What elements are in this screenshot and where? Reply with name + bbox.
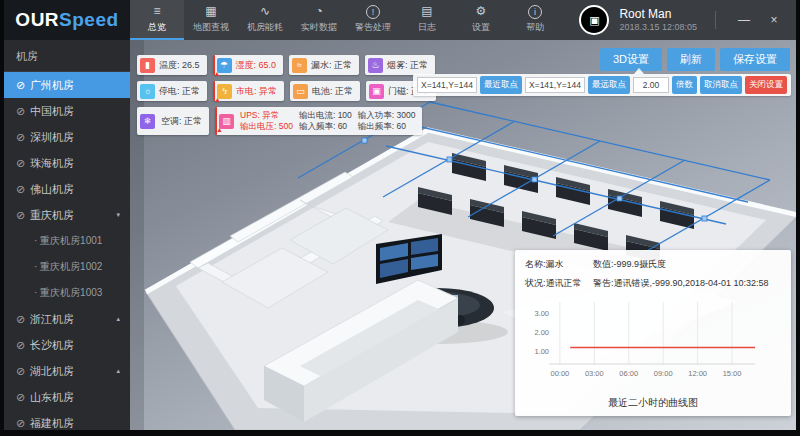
- tab-label: 实时数据: [301, 21, 337, 34]
- thermometer-icon: ▮: [140, 58, 155, 73]
- ups-input-power: 输入功率: 3000: [358, 110, 416, 121]
- tab-help[interactable]: i 帮助: [508, 0, 562, 40]
- room-icon: ⊘: [16, 79, 30, 92]
- sidebar-item-foshan[interactable]: ⊘ 佛山机房: [4, 176, 130, 202]
- tab-realtime-data[interactable]: ◔ 实时数据: [292, 0, 346, 40]
- ups-output-voltage: 输出电压: 500: [240, 121, 293, 132]
- room-icon: ⊘: [16, 313, 30, 326]
- sidebar-item-shenzhen[interactable]: ⊘ 深圳机房: [4, 124, 130, 150]
- room-icon: ⊘: [16, 417, 30, 430]
- sidebar-item-changsha[interactable]: ⊘ 长沙机房: [4, 332, 130, 358]
- badge-battery[interactable]: ▭ 电池: 正常: [290, 81, 360, 101]
- tab-label: 帮助: [526, 21, 544, 34]
- gauge-icon: ◔: [315, 5, 322, 19]
- alert-icon: !: [366, 5, 380, 19]
- current-datetime: 2018.3.15 12:08:05: [619, 22, 697, 33]
- app-window: OURSpeed ≡ 总览 ▦ 地图查视 ∿ 机房能耗 ◔ 实时数据 ! 警告处…: [4, 0, 796, 430]
- sidebar-item-guangzhou[interactable]: ⊘ 广州机房: [4, 72, 130, 98]
- sidebar-item-chongqing-1003[interactable]: 重庆机房1003: [4, 280, 130, 306]
- cancel-point-button[interactable]: 取消取点: [700, 76, 742, 94]
- alert-triangle-icon: ▲: [214, 70, 221, 77]
- tab-label: 日志: [418, 21, 436, 34]
- svg-text:1.00: 1.00: [534, 347, 549, 356]
- svg-text:03:00: 03:00: [585, 369, 604, 378]
- tab-energy[interactable]: ∿ 机房能耗: [238, 0, 292, 40]
- alert-triangle-icon: ▲: [214, 96, 221, 103]
- sensor-warning: 警告:通讯错误,-999.90,2018-04-01 10:32:58: [593, 277, 781, 290]
- close-settings-button[interactable]: 关闭设置: [745, 76, 787, 94]
- sidebar-item-china[interactable]: ⊘ 中国机房: [4, 98, 130, 124]
- sidebar-header: 机房: [4, 40, 130, 72]
- badge-ups[interactable]: ▥▲ UPS: 异常 输出电压: 500 输出电流: 100 输入频率: 60 …: [215, 107, 422, 135]
- chevron-up-icon: ▴: [116, 367, 124, 375]
- list-icon: ≡: [153, 5, 160, 19]
- multiplier-input[interactable]: [633, 77, 669, 93]
- map-icon: ▦: [205, 5, 216, 19]
- multiplier-button[interactable]: 倍数: [672, 76, 697, 94]
- minimize-button[interactable]: —: [734, 13, 754, 27]
- badge-temperature[interactable]: ▮ 温度: 26.5: [137, 55, 207, 75]
- sidebar-item-zhuhai[interactable]: ⊘ 珠海机房: [4, 150, 130, 176]
- 3d-settings-button[interactable]: 3D设置: [600, 48, 662, 71]
- user-area: ▣ Root Man 2018.3.15 12:08:05 — ×: [579, 0, 796, 40]
- sidebar-item-shandong[interactable]: ⊘ 山东机房: [4, 384, 130, 410]
- ups-icon: ▥▲: [219, 114, 234, 129]
- divider: [715, 11, 716, 29]
- save-settings-button[interactable]: 保存设置: [720, 48, 790, 71]
- badge-ac[interactable]: ❄ 空调: 正常: [137, 107, 209, 135]
- sidebar-item-chongqing-1002[interactable]: 重庆机房1002: [4, 254, 130, 280]
- sensor-popup: 名称:漏水 数值:-999.9摄氏度 状况:通讯正常 警告:通讯错误,-999.…: [515, 250, 791, 416]
- user-name: Root Man: [619, 7, 697, 22]
- badge-mains-power[interactable]: ϟ▲ 市电: 异常: [213, 81, 284, 101]
- lightning-icon: ϟ▲: [217, 84, 232, 99]
- room-icon: ⊘: [16, 131, 30, 144]
- ups-output-current: 输出电流: 100: [299, 110, 352, 121]
- tab-settings[interactable]: ⚙ 设置: [454, 0, 508, 40]
- svg-text:09:00: 09:00: [654, 369, 673, 378]
- close-button[interactable]: ×: [764, 13, 784, 27]
- main-view: ▮ 温度: 26.5 ☂▲ 湿度: 65.0 ≈ 漏水: 正常 ♨ 烟雾: 正常: [130, 40, 796, 430]
- sidebar-item-chongqing[interactable]: ⊘ 重庆机房 ▾: [4, 202, 130, 228]
- svg-text:00:00: 00:00: [550, 369, 569, 378]
- gear-icon: ⚙: [476, 5, 487, 19]
- room-icon: ⊘: [16, 157, 30, 170]
- view-actions: 3D设置 刷新 保存设置: [600, 48, 790, 71]
- coordinate-toolbar: 最近取点 最远取点 倍数 取消取点 关闭设置: [413, 74, 791, 96]
- badge-water-leak[interactable]: ≈ 漏水: 正常: [289, 55, 359, 75]
- sidebar-item-zhejiang[interactable]: ⊘ 浙江机房 ▴: [4, 306, 130, 332]
- tab-overview[interactable]: ≡ 总览: [130, 0, 184, 40]
- avatar-logo-icon: ▣: [589, 14, 599, 27]
- sidebar-item-fujian[interactable]: ⊘ 福建机房: [4, 410, 130, 430]
- avatar[interactable]: ▣: [579, 5, 609, 35]
- help-icon: i: [528, 5, 542, 19]
- badge-power-outage[interactable]: ☼ 停电: 正常: [137, 81, 207, 101]
- humidity-icon: ☂▲: [217, 58, 232, 73]
- tab-label: 警告处理: [355, 21, 391, 34]
- status-badges: ▮ 温度: 26.5 ☂▲ 湿度: 65.0 ≈ 漏水: 正常 ♨ 烟雾: 正常: [137, 55, 436, 135]
- svg-text:3.00: 3.00: [534, 309, 549, 318]
- ups-input-frequency: 输入频率: 60: [299, 121, 352, 132]
- svg-text:12:00: 12:00: [688, 369, 707, 378]
- chevron-up-icon: ▴: [116, 315, 124, 323]
- chart-title: 最近二小时的曲线图: [525, 396, 781, 410]
- log-icon: ▤: [421, 5, 432, 19]
- door-icon: ▣: [369, 84, 384, 99]
- room-icon: ⊘: [16, 209, 30, 222]
- smoke-icon: ♨: [368, 58, 383, 73]
- tab-map-view[interactable]: ▦ 地图查视: [184, 0, 238, 40]
- sidebar-item-chongqing-1001[interactable]: 重庆机房1001: [4, 228, 130, 254]
- farthest-point-button[interactable]: 最远取点: [588, 76, 630, 94]
- badge-humidity[interactable]: ☂▲ 湿度: 65.0: [213, 55, 284, 75]
- tab-alarm-handling[interactable]: ! 警告处理: [346, 0, 400, 40]
- room-icon: ⊘: [16, 391, 30, 404]
- logo-text-speed: Speed: [59, 9, 119, 31]
- refresh-button[interactable]: 刷新: [667, 48, 715, 71]
- nearest-point-button[interactable]: 最近取点: [480, 76, 522, 94]
- sidebar-item-hubei[interactable]: ⊘ 湖北机房 ▴: [4, 358, 130, 384]
- water-leak-icon: ≈: [292, 58, 307, 73]
- point1-input[interactable]: [417, 77, 477, 93]
- badge-smoke[interactable]: ♨ 烟雾: 正常: [365, 55, 435, 75]
- point2-input[interactable]: [525, 77, 585, 93]
- tab-logs[interactable]: ▤ 日志: [400, 0, 454, 40]
- alert-triangle-icon: ▲: [216, 126, 223, 133]
